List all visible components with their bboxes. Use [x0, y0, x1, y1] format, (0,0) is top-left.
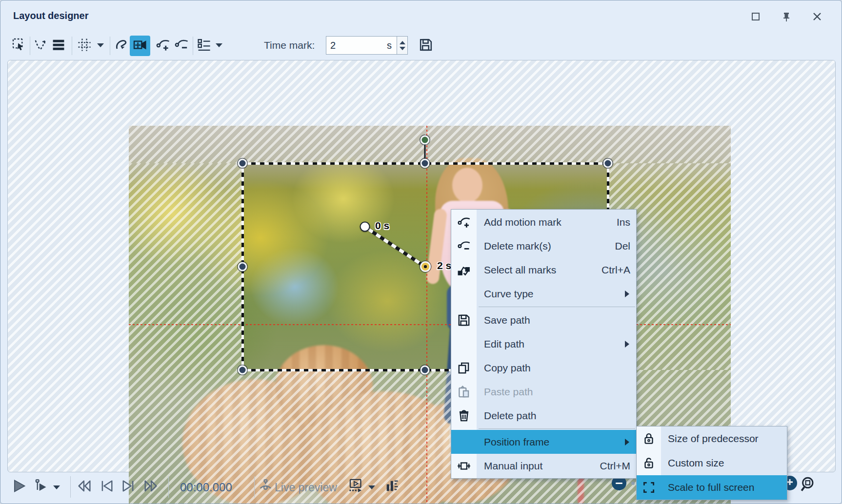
maximize-button[interactable] [747, 10, 764, 25]
transport-separator [254, 476, 255, 498]
handle-top-center[interactable] [421, 159, 430, 168]
menu-separator [479, 428, 635, 429]
delete-mark-icon [174, 37, 189, 55]
skip-start-button[interactable] [75, 478, 94, 496]
menu-item-label: Copy path [477, 362, 636, 374]
menu-item-label: Curve type [477, 288, 625, 300]
stepper-up-icon[interactable] [400, 41, 405, 44]
preview-options-dropdown-icon[interactable] [368, 485, 375, 489]
skip-end-button[interactable] [141, 478, 160, 496]
submenu-item-custom-size[interactable]: Custom size [637, 451, 787, 475]
maximize-icon [750, 11, 761, 24]
manual-input-icon [451, 459, 477, 473]
toolbar-separator [72, 37, 72, 55]
zoom-fit-button[interactable] [799, 477, 818, 494]
submenu-item-size-of-predecessor[interactable]: Size of predecessor [637, 426, 787, 451]
time-mark-stepper[interactable] [397, 36, 408, 55]
path-select-tool[interactable] [30, 36, 51, 56]
position-frame-submenu: Size of predecessor Custom size Scale to… [636, 426, 787, 500]
curve-panel-button[interactable] [382, 478, 401, 496]
menu-item-position-frame[interactable]: Position frame [451, 430, 636, 454]
submenu-arrow-icon [625, 341, 629, 348]
add-motion-mark-tool[interactable] [153, 36, 173, 56]
fullscreen-icon [637, 480, 661, 495]
trash-icon [451, 408, 477, 423]
menu-item-manual-input[interactable]: Manual input Ctrl+M [451, 454, 636, 478]
center-guide-horizontal [129, 324, 731, 325]
skip-start-icon [76, 478, 93, 496]
motion-mark-2s[interactable] [420, 261, 431, 272]
select-tool[interactable] [9, 36, 29, 56]
handle-bottom-center[interactable] [421, 366, 430, 375]
play-button[interactable] [9, 478, 29, 496]
paste-icon [451, 385, 477, 399]
live-preview-toggle[interactable] [256, 478, 276, 496]
camera-pan-tool[interactable] [130, 36, 150, 56]
menu-item-shortcut: Ins [617, 216, 636, 228]
menu-item-save-path[interactable]: Save path [451, 308, 636, 332]
lock-closed-icon [637, 431, 661, 446]
prev-frame-icon [99, 478, 115, 496]
delete-mark-tool[interactable] [171, 36, 192, 56]
motion-curve-icon [114, 37, 129, 55]
live-preview-label: Live preview [275, 481, 337, 494]
menu-item-delete-marks[interactable]: Delete mark(s) Del [451, 234, 636, 258]
motion-path-tool[interactable] [111, 36, 132, 56]
zoom-slider[interactable] [631, 482, 635, 485]
close-icon [812, 11, 822, 24]
layers-tool[interactable] [48, 36, 69, 56]
menu-item-edit-path[interactable]: Edit path [451, 332, 636, 356]
menu-item-add-motion-mark[interactable]: Add motion mark Ins [451, 210, 636, 234]
save-time-mark-button[interactable] [416, 36, 436, 56]
mark-list-icon [196, 37, 212, 55]
pin-icon [781, 11, 792, 24]
menu-item-copy-path[interactable]: Copy path [451, 356, 636, 380]
close-button[interactable] [809, 10, 825, 25]
menu-item-label: Paste path [477, 386, 636, 398]
add-motion-mark-icon [155, 37, 171, 55]
handle-top-right[interactable] [603, 159, 613, 168]
delete-mark-icon [451, 239, 477, 253]
play-from-marker-icon [33, 478, 48, 496]
menu-item-delete-path[interactable]: Delete path [451, 404, 636, 427]
add-motion-mark-icon [451, 215, 477, 230]
grid-options[interactable] [74, 36, 95, 56]
menu-item-paste-path[interactable]: Paste path [451, 380, 636, 404]
preview-window-icon [346, 478, 363, 496]
time-mark-unit: s [387, 40, 392, 51]
rotation-handle[interactable] [421, 136, 430, 145]
window-title: Layout designer [13, 10, 88, 21]
zoom-fit-icon [800, 476, 817, 495]
handle-bottom-left[interactable] [238, 366, 247, 375]
mark-list[interactable] [194, 36, 214, 56]
transport-separator [70, 476, 71, 498]
submenu-item-scale-to-full-screen[interactable]: Scale to full screen [637, 475, 787, 500]
floppy-icon [418, 37, 434, 55]
play-from-marker-button[interactable] [31, 478, 50, 496]
menu-item-label: Select all marks [477, 264, 601, 276]
handle-middle-left[interactable] [238, 262, 247, 271]
skip-end-icon [142, 478, 159, 496]
play-options-dropdown-icon[interactable] [53, 485, 60, 489]
context-menu: Add motion mark Ins Delete mark(s) Del S… [451, 209, 637, 479]
curve-panel-icon [384, 478, 400, 496]
select-all-marks-icon [451, 263, 477, 277]
menu-item-curve-type[interactable]: Curve type [451, 282, 636, 306]
pin-button[interactable] [778, 10, 795, 25]
motion-mark-0s[interactable] [360, 222, 370, 232]
submenu-arrow-icon [625, 439, 629, 446]
submenu-arrow-icon [625, 291, 629, 297]
stepper-down-icon[interactable] [400, 47, 405, 50]
select-tool-icon [11, 37, 27, 55]
prev-frame-button[interactable] [97, 478, 117, 496]
mark-list-dropdown-icon[interactable] [216, 43, 222, 47]
handle-top-left[interactable] [238, 159, 247, 168]
grid-dropdown-icon[interactable] [97, 43, 104, 47]
time-mark-value: 2 [330, 40, 336, 51]
layout-designer-window: Layout designer [0, 0, 842, 504]
menu-item-select-all-marks[interactable]: Select all marks Ctrl+A [451, 258, 636, 282]
next-frame-button[interactable] [119, 478, 138, 496]
preview-window-button[interactable] [345, 478, 364, 496]
lock-open-icon [637, 456, 661, 470]
time-mark-input[interactable]: 2 s [326, 36, 397, 55]
